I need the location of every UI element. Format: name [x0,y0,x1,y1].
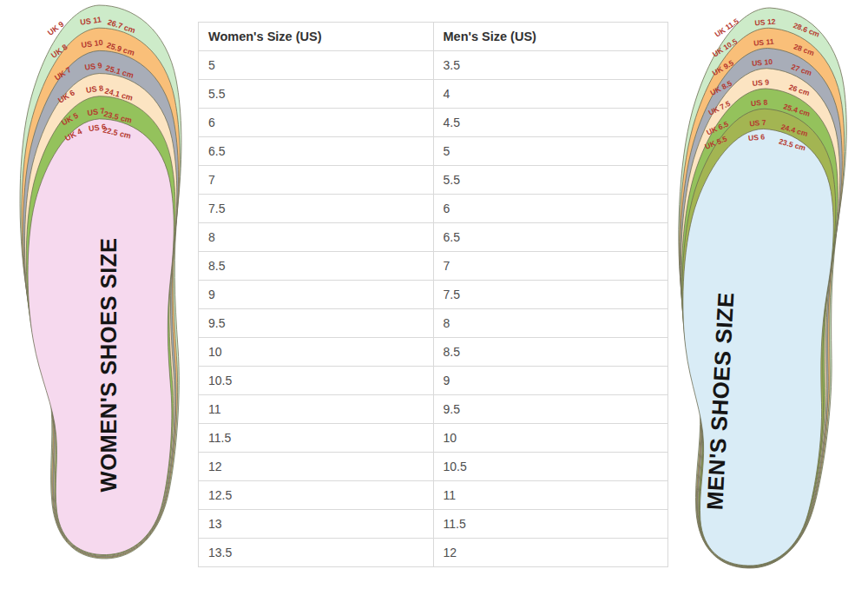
womens-size-cell: 8 [199,223,434,252]
size-conversion-table: Women's Size (US) Men's Size (US) 53.55.… [198,22,668,567]
mens-size-cell: 6 [433,195,668,223]
mens-size-cell: 8.5 [433,338,668,367]
band-label-us: US 11 [753,37,774,48]
table-row: 11.510 [199,424,668,453]
mens-size-cell: 10.5 [433,453,668,481]
womens-size-cell: 6.5 [199,137,434,166]
womens-insole-diagram: UK 9US 1126.7 cmUK 8US 1025.9 cmUK 7US 9… [2,0,193,565]
mens-size-cell: 12 [433,539,668,567]
womens-size-cell: 6 [199,109,434,137]
table-row: 7.56 [199,195,668,223]
womens-size-cell: 11 [199,395,434,424]
table-header-row: Women's Size (US) Men's Size (US) [199,23,668,51]
womens-size-cell: 7 [199,166,434,195]
band-label-us: US 7 [749,118,766,129]
table-row: 5.54 [199,80,668,109]
mens-size-cell: 4.5 [433,109,668,137]
table-header: Women's Size (US) Men's Size (US) [199,23,668,51]
table-row: 1210.5 [199,453,668,481]
womens-size-cell: 13.5 [199,539,434,567]
table-row: 12.511 [199,481,668,510]
womens-size-cell: 9.5 [199,309,434,338]
womens-size-cell: 13 [199,510,434,539]
band-label-us: US 10 [752,57,773,68]
table-row: 119.5 [199,395,668,424]
mens-size-cell: 3.5 [433,51,668,80]
mens-size-cell: 5.5 [433,166,668,195]
table-row: 97.5 [199,281,668,309]
womens-size-cell: 10.5 [199,367,434,395]
mens-size-cell: 7 [433,252,668,281]
shoe-size-conversion-page: UK 9US 1126.7 cmUK 8US 1025.9 cmUK 7US 9… [0,0,868,589]
womens-size-cell: 7.5 [199,195,434,223]
mens-size-cell: 10 [433,424,668,453]
table-row: 10.59 [199,367,668,395]
band-label-us: US 8 [751,97,768,108]
mens-size-cell: 7.5 [433,281,668,309]
womens-size-cell: 10 [199,338,434,367]
mens-size-column-header: Men's Size (US) [433,23,668,51]
mens-size-cell: 9.5 [433,395,668,424]
table-row: 8.57 [199,252,668,281]
mens-size-cell: 11.5 [433,510,668,539]
mens-size-cell: 9 [433,367,668,395]
mens-size-cell: 5 [433,137,668,166]
womens-size-cell: 11.5 [199,424,434,453]
table-row: 108.5 [199,338,668,367]
band-label-us: US 6 [748,132,766,142]
table-row: 13.512 [199,539,668,567]
womens-size-cell: 5.5 [199,80,434,109]
mens-insole-diagram: UK 11.5US 1228.6 cmUK 10.5US 1128 cmUK 9… [668,2,868,586]
band-label-us: US 12 [754,17,776,28]
mens-size-cell: 6.5 [433,223,668,252]
table-row: 64.5 [199,109,668,137]
table-row: 1311.5 [199,510,668,539]
table-row: 9.58 [199,309,668,338]
mens-size-cell: 8 [433,309,668,338]
womens-size-cell: 12.5 [199,481,434,510]
mens-size-cell: 11 [433,481,668,510]
table-body: 53.55.5464.56.5575.57.5686.58.5797.59.58… [199,51,668,567]
band-label-us: US 9 [752,77,769,88]
table-row: 86.5 [199,223,668,252]
womens-size-column-header: Women's Size (US) [199,23,434,51]
womens-size-cell: 9 [199,281,434,309]
womens-size-cell: 12 [199,453,434,481]
mens-size-cell: 4 [433,80,668,109]
womens-size-cell: 5 [199,51,434,80]
table-row: 6.55 [199,137,668,166]
insole-title-vertical: WOMEN'S SHOES SIZE [96,238,121,493]
womens-size-cell: 8.5 [199,252,434,281]
table-row: 53.5 [199,51,668,80]
table-row: 75.5 [199,166,668,195]
